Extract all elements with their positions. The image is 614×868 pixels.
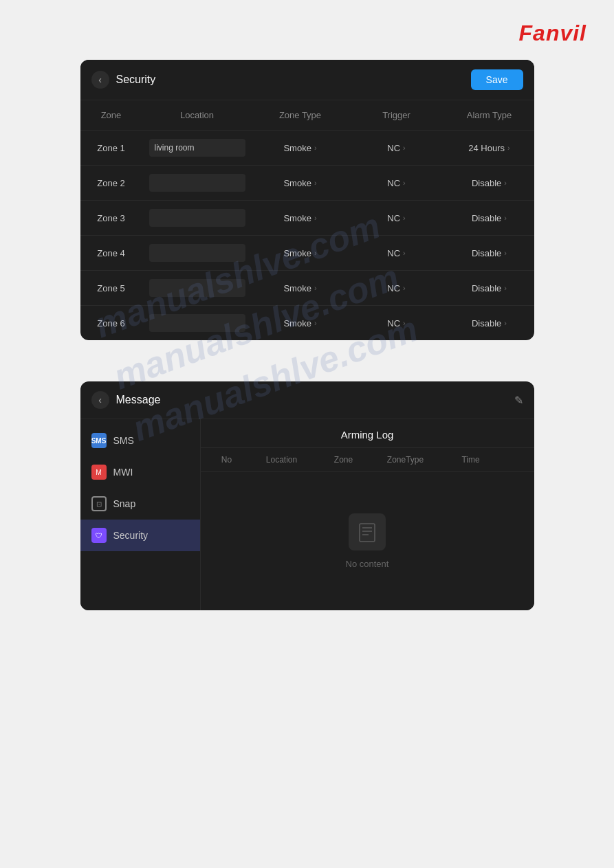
trigger-chevron: › [403, 249, 406, 257]
trigger-cell[interactable]: NC › [349, 318, 445, 329]
location-cell [142, 279, 252, 297]
trigger-cell[interactable]: NC › [349, 283, 445, 293]
message-body: SMS SMS M MWI ⊡ Snap 🛡 Security Arming L… [80, 419, 534, 610]
log-table-header: No Location Zone ZoneType Time [201, 448, 534, 472]
col-location: Location [142, 107, 252, 123]
sidebar-item-label: Security [113, 530, 149, 541]
zone-type-cell[interactable]: Smoke › [252, 178, 349, 188]
zone-label: Zone 3 [80, 213, 142, 223]
arming-log-content: Arming Log No Location Zone ZoneType Tim… [201, 419, 534, 610]
location-input[interactable] [149, 174, 245, 192]
alarm-cell[interactable]: Disable › [445, 213, 534, 223]
alarm-cell[interactable]: 24 Hours › [445, 143, 534, 153]
snap-icon: ⊡ [91, 496, 107, 511]
location-input[interactable] [149, 314, 245, 332]
location-input[interactable] [149, 139, 245, 157]
back-button[interactable]: ‹ [91, 71, 109, 89]
trigger-value: NC [387, 318, 400, 329]
zone-type-value: Smoke [283, 213, 311, 223]
zone-type-chevron: › [314, 179, 317, 187]
sidebar-item-label: MWI [113, 467, 133, 478]
col-zone: Zone [80, 107, 142, 123]
zone-type-cell[interactable]: Smoke › [252, 248, 349, 258]
edit-icon[interactable]: ✎ [514, 394, 523, 407]
table-row: Zone 1 Smoke › NC › 24 Hours › [80, 131, 534, 166]
alarm-cell[interactable]: Disable › [445, 248, 534, 258]
trigger-chevron: › [403, 284, 406, 292]
alarm-value: Disable [472, 178, 501, 188]
alarm-chevron: › [504, 179, 507, 187]
location-cell [142, 314, 252, 332]
fanvil-logo: Fanvil [519, 21, 586, 46]
zone-type-value: Smoke [283, 143, 311, 153]
no-content-icon [349, 513, 386, 550]
location-input[interactable] [149, 209, 245, 227]
log-col-no: No [206, 455, 248, 465]
location-cell [142, 244, 252, 262]
no-content-area: No content [201, 472, 534, 610]
zone-type-cell[interactable]: Smoke › [252, 283, 349, 293]
log-col-zone: Zone [316, 455, 371, 465]
trigger-chevron: › [403, 144, 406, 152]
sidebar-item-snap[interactable]: ⊡ Snap [80, 488, 200, 520]
zone-type-value: Smoke [283, 283, 311, 293]
trigger-cell[interactable]: NC › [349, 178, 445, 188]
sidebar-item-label: Snap [113, 498, 136, 509]
alarm-cell[interactable]: Disable › [445, 178, 534, 188]
location-input[interactable] [149, 279, 245, 297]
alarm-cell[interactable]: Disable › [445, 318, 534, 329]
sidebar-item-label: SMS [113, 435, 134, 446]
log-col-time: Time [440, 455, 502, 465]
zone-type-chevron: › [314, 284, 317, 292]
table-row: Zone 6 Smoke › NC › Disable › [80, 306, 534, 340]
arming-log-title: Arming Log [201, 419, 534, 448]
alarm-value: Disable [472, 283, 501, 293]
location-input[interactable] [149, 244, 245, 262]
log-col-location: Location [248, 455, 316, 465]
zone-type-chevron: › [314, 249, 317, 257]
col-trigger: Trigger [349, 107, 445, 123]
zone-type-value: Smoke [283, 318, 311, 329]
alarm-cell[interactable]: Disable › [445, 283, 534, 293]
message-sidebar: SMS SMS M MWI ⊡ Snap 🛡 Security [80, 419, 201, 610]
message-back-button[interactable]: ‹ [91, 391, 109, 409]
panels-container: ‹ Security Save Zone Location Zone Type … [0, 60, 614, 652]
location-cell [142, 174, 252, 192]
save-button[interactable]: Save [471, 69, 523, 90]
location-cell [142, 209, 252, 227]
sidebar-item-mwi[interactable]: M MWI [80, 456, 200, 488]
zone-type-cell[interactable]: Smoke › [252, 318, 349, 329]
table-header: Zone Location Zone Type Trigger Alarm Ty… [80, 100, 534, 131]
col-alarm-type: Alarm Type [445, 107, 534, 123]
security-panel: ‹ Security Save Zone Location Zone Type … [80, 60, 534, 340]
trigger-value: NC [387, 178, 400, 188]
header-left: ‹ Security [91, 71, 156, 89]
sidebar-item-security[interactable]: 🛡 Security [80, 520, 200, 551]
zone-label: Zone 1 [80, 143, 142, 153]
trigger-chevron: › [403, 319, 406, 327]
trigger-cell[interactable]: NC › [349, 248, 445, 258]
svg-rect-0 [360, 524, 375, 542]
table-row: Zone 3 Smoke › NC › Disable › [80, 201, 534, 236]
zone-type-cell[interactable]: Smoke › [252, 213, 349, 223]
alarm-value: Disable [472, 318, 501, 329]
alarm-chevron: › [507, 144, 510, 152]
trigger-cell[interactable]: NC › [349, 143, 445, 153]
sidebar-item-sms[interactable]: SMS SMS [80, 425, 200, 456]
alarm-value: Disable [472, 213, 501, 223]
trigger-value: NC [387, 143, 400, 153]
security-table-body: Zone 1 Smoke › NC › 24 Hours › Zone 2 Sm… [80, 131, 534, 340]
alarm-value: 24 Hours [468, 143, 505, 153]
trigger-chevron: › [403, 179, 406, 187]
message-title: Message [116, 394, 161, 406]
trigger-cell[interactable]: NC › [349, 213, 445, 223]
zone-type-chevron: › [314, 214, 317, 222]
zone-type-cell[interactable]: Smoke › [252, 143, 349, 153]
alarm-value: Disable [472, 248, 501, 258]
alarm-chevron: › [504, 284, 507, 292]
security-panel-header: ‹ Security Save [80, 60, 534, 100]
mwi-icon: M [91, 465, 107, 480]
table-row: Zone 5 Smoke › NC › Disable › [80, 271, 534, 306]
trigger-chevron: › [403, 214, 406, 222]
zone-type-chevron: › [314, 144, 317, 152]
